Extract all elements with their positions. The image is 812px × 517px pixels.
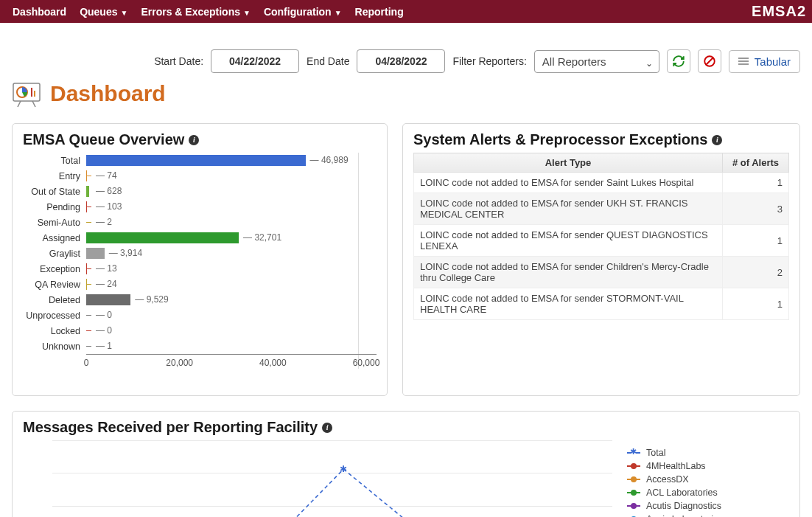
alert-type-cell: LOINC code not added to EMSA for sender …: [414, 288, 723, 320]
axis-tick: 40,000: [259, 358, 287, 368]
end-date-input[interactable]: 04/28/2022: [357, 49, 445, 73]
chart-legend: ✱Total4MHealthLabsAccessDXACL Laboratori…: [612, 440, 789, 517]
bar-value: — 3,914: [109, 248, 142, 258]
legend-swatch: [627, 462, 640, 470]
col-alert-count[interactable]: # of Alerts: [723, 153, 789, 173]
bar-label: Entry: [23, 171, 86, 181]
legend-swatch: [627, 502, 640, 510]
table-row[interactable]: LOINC code not added to EMSA for sender …: [414, 225, 789, 257]
alerts-table: Alert Type # of Alerts LOINC code not ad…: [413, 153, 789, 320]
top-nav: DashboardQueues▼Errors & Exceptions▼Conf…: [0, 0, 812, 23]
tabular-label: Tabular: [755, 55, 791, 68]
legend-label: ACL Laboratories: [646, 487, 718, 498]
caret-down-icon: ▼: [335, 9, 342, 17]
bar-label: Exception: [23, 264, 86, 274]
no-entry-icon: [703, 55, 716, 68]
bar[interactable]: [86, 186, 89, 197]
dashboard-icon: [10, 79, 43, 108]
bar-value: — 9,529: [135, 294, 168, 305]
legend-item[interactable]: Aegis Laboratories: [627, 513, 789, 517]
table-row[interactable]: LOINC code not added to EMSA for sender …: [414, 288, 789, 320]
bar-label: Semi-Auto: [23, 218, 86, 228]
legend-swatch: [627, 476, 640, 483]
legend-label: Acutis Diagnostics: [646, 501, 721, 511]
bar-row: Total— 46,989: [23, 153, 377, 168]
svg-rect-4: [31, 88, 32, 97]
svg-rect-5: [34, 91, 35, 97]
svg-text:✱: ✱: [340, 464, 347, 474]
queue-panel-title: EMSA Queue Overview: [23, 131, 184, 148]
alerts-panel-title: System Alerts & Preprocessor Exceptions: [413, 131, 707, 148]
legend-item[interactable]: 4MHealthLabs: [627, 459, 789, 473]
bar-row: Pending— 103: [23, 199, 377, 215]
clear-button[interactable]: [698, 49, 721, 73]
bar-label: Assigned: [23, 233, 86, 243]
bar-row: Assigned— 32,701: [23, 230, 377, 246]
alert-type-cell: LOINC code not added to EMSA for sender …: [414, 225, 723, 257]
page-title: Dashboard: [50, 81, 166, 106]
breadcrumb: [0, 23, 812, 39]
queue-bar-chart: Total— 46,989Entry— 74Out of State— 628P…: [23, 153, 377, 388]
bar-value: — 2: [96, 217, 112, 227]
legend-item[interactable]: Acutis Diagnostics: [627, 499, 789, 513]
bar-value: — 103: [96, 201, 122, 212]
chevron-down-icon: ⌄: [645, 58, 653, 69]
end-date-label: End Date: [307, 55, 349, 67]
info-icon[interactable]: i: [189, 135, 199, 145]
nav-errors-exceptions[interactable]: Errors & Exceptions▼: [134, 1, 257, 22]
messages-panel: Messages Received per Reporting Facility…: [12, 411, 800, 517]
messages-line-chart: 15,00012,50010,0007,500✱✱✱✱✱✱✱: [52, 440, 612, 517]
bar-value: — 628: [96, 186, 122, 196]
reporters-label: Filter Reporters:: [452, 55, 526, 67]
bar-row: Unprocessed— 0: [23, 308, 377, 323]
bar[interactable]: [86, 232, 239, 243]
page-header: Dashboard: [0, 79, 812, 116]
nav-configuration[interactable]: Configuration▼: [257, 1, 349, 22]
refresh-button[interactable]: [667, 49, 690, 73]
alert-count-cell: 1: [723, 288, 789, 320]
bar-label: Locked: [23, 326, 86, 336]
alert-count-cell: 3: [723, 193, 789, 225]
legend-label: Total: [646, 448, 665, 458]
bar-row: Exception— 13: [23, 261, 377, 277]
nav-dashboard[interactable]: Dashboard: [6, 1, 73, 22]
nav-reporting[interactable]: Reporting: [349, 1, 410, 22]
bar-value: — 13: [96, 263, 117, 274]
bar-row: QA Review— 24: [23, 277, 377, 292]
legend-item[interactable]: AccessDX: [627, 473, 789, 486]
alert-type-cell: LOINC code not added to EMSA for sender …: [414, 193, 723, 225]
messages-panel-title: Messages Received per Reporting Facility: [23, 419, 318, 436]
table-row[interactable]: LOINC code not added to EMSA for sender …: [414, 173, 789, 193]
legend-item[interactable]: ✱Total: [627, 446, 789, 459]
bar-value: — 24: [96, 279, 117, 289]
svg-line-1: [706, 58, 714, 66]
bar-row: Graylist— 3,914: [23, 246, 377, 261]
svg-line-6: [18, 101, 21, 107]
col-alert-type[interactable]: Alert Type: [414, 153, 723, 173]
bar[interactable]: [86, 248, 105, 259]
bar-value: — 1: [96, 341, 112, 351]
bar-value: — 0: [96, 310, 112, 320]
tabular-button[interactable]: Tabular: [729, 50, 800, 73]
bar-row: Unknown— 1: [23, 339, 377, 354]
list-icon: [738, 58, 749, 65]
legend-item[interactable]: ACL Laboratories: [627, 486, 789, 499]
table-row[interactable]: LOINC code not added to EMSA for sender …: [414, 257, 789, 288]
axis-tick: 60,000: [353, 358, 380, 368]
start-date-input[interactable]: 04/22/2022: [211, 49, 299, 73]
bar[interactable]: [86, 294, 130, 305]
caret-down-icon: ▼: [243, 9, 251, 17]
alerts-panel: System Alerts & Preprocessor Exceptions …: [402, 123, 800, 396]
reporters-select[interactable]: All Reporters ⌄: [534, 50, 659, 73]
axis-tick: 0: [84, 358, 89, 368]
table-row[interactable]: LOINC code not added to EMSA for sender …: [414, 193, 789, 225]
nav-queues[interactable]: Queues▼: [73, 1, 134, 22]
bar-label: Pending: [23, 202, 86, 212]
info-icon[interactable]: i: [322, 423, 332, 433]
total-line: ✱✱✱✱✱✱✱: [52, 440, 612, 517]
info-icon[interactable]: i: [712, 135, 722, 145]
alert-count-cell: 2: [723, 257, 789, 288]
bar[interactable]: [86, 155, 306, 166]
legend-swatch: [627, 489, 640, 496]
bar-row: Locked— 0: [23, 323, 377, 339]
